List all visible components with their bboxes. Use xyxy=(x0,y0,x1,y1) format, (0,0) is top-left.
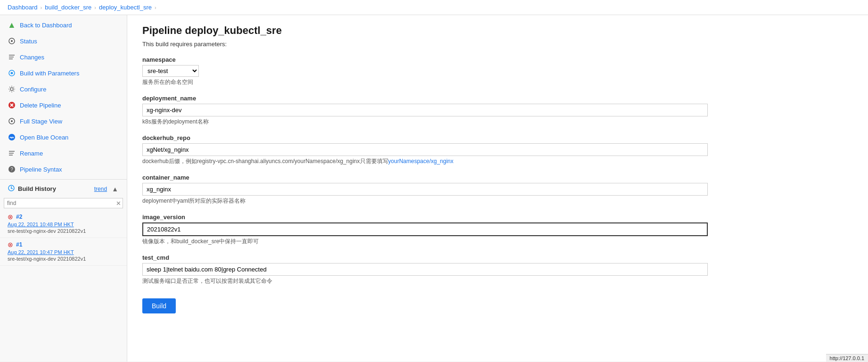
build-history-header: Build History trend ▲ xyxy=(0,180,127,196)
build-history-title: Build History xyxy=(8,184,56,193)
delete-icon xyxy=(8,101,16,109)
param-image-version-input[interactable] xyxy=(142,222,708,236)
build-search-clear-btn[interactable]: ✕ xyxy=(116,200,121,206)
svg-rect-11 xyxy=(9,151,15,152)
param-container-name-hint: deployment中yaml所对应的实际容器名称 xyxy=(142,197,853,205)
sidebar-item-open-blue-ocean[interactable]: Open Blue Ocean xyxy=(0,129,127,145)
param-deployment-name-hint: k8s服务的deployment名称 xyxy=(142,118,853,126)
param-image-version: image_version 镜像版本，和build_docker_sre中保持一… xyxy=(142,214,853,246)
sidebar-item-pipeline-syntax[interactable]: ? Pipeline Syntax xyxy=(0,161,127,177)
svg-rect-4 xyxy=(9,58,13,59)
param-dockerhub-repo-hint: dockerhub后缀，例如registry-vpc.cn-shanghai.a… xyxy=(142,157,853,165)
sidebar-label-configure: Configure xyxy=(20,86,46,93)
param-test-cmd-input[interactable] xyxy=(142,263,708,276)
sidebar-label-full-stage: Full Stage View xyxy=(20,118,62,125)
rename-icon xyxy=(8,149,16,157)
sidebar-item-configure[interactable]: Configure xyxy=(0,81,127,97)
sidebar-item-full-stage-view[interactable]: Full Stage View xyxy=(0,113,127,129)
requires-params-text: This build requires parameters: xyxy=(142,41,853,48)
breadcrumb-build-docker[interactable]: build_docker_sre xyxy=(45,4,91,11)
svg-point-10 xyxy=(8,134,15,140)
param-dockerhub-repo-label: dockerhub_repo xyxy=(142,134,853,141)
breadcrumb-dashboard[interactable]: Dashboard xyxy=(8,4,38,11)
build-history-label: Build History xyxy=(18,185,56,192)
pipeline-syntax-icon: ? xyxy=(8,165,16,173)
build-list: ⊗ #2 Aug 22, 2021 10:48 PM HKT sre-test/… xyxy=(0,210,127,362)
status-url-bar: http://127.0.0.1 xyxy=(826,354,868,362)
sidebar-item-back-to-dashboard[interactable]: ▲ Back to Dashboard xyxy=(0,17,127,33)
sidebar-item-delete-pipeline[interactable]: Delete Pipeline xyxy=(0,97,127,113)
param-test-cmd: test_cmd 测试服务端口是否正常，也可以按需封装成其它命令 xyxy=(142,254,853,285)
sidebar-nav: ▲ Back to Dashboard Status Changes Buil xyxy=(0,15,127,179)
param-test-cmd-label: test_cmd xyxy=(142,254,853,261)
build-num-1[interactable]: #1 xyxy=(16,241,22,248)
build-item-1-header: ⊗ #1 xyxy=(8,241,119,248)
param-deployment-name: deployment_name k8s服务的deployment名称 xyxy=(142,95,853,126)
sidebar-label-back: Back to Dashboard xyxy=(20,22,72,29)
param-deployment-name-label: deployment_name xyxy=(142,95,853,102)
svg-rect-3 xyxy=(9,57,14,58)
build-time-1[interactable]: Aug 22, 2021 10:47 PM HKT xyxy=(8,249,119,255)
param-dockerhub-repo: dockerhub_repo dockerhub后缀，例如registry-vp… xyxy=(142,134,853,165)
sidebar-item-changes[interactable]: Changes xyxy=(0,49,127,65)
build-search-container: ✕ xyxy=(4,198,123,208)
sidebar-item-rename[interactable]: Rename xyxy=(0,145,127,161)
param-namespace-hint: 服务所在的命名空间 xyxy=(142,78,853,86)
sidebar-label-rename: Rename xyxy=(20,150,43,157)
changes-icon xyxy=(8,53,16,61)
status-icon xyxy=(8,37,16,45)
param-namespace: namespace sre-test sre-prod default 服务所在… xyxy=(142,56,853,86)
back-arrow-icon: ▲ xyxy=(8,21,16,29)
sidebar-label-blue-ocean: Open Blue Ocean xyxy=(20,134,68,141)
build-history-icon xyxy=(8,184,15,193)
param-container-name-input[interactable] xyxy=(142,183,708,196)
status-url: http://127.0.0.1 xyxy=(830,355,864,361)
trend-link[interactable]: trend xyxy=(94,186,107,192)
sidebar-label-status: Status xyxy=(20,38,37,45)
param-deployment-name-input[interactable] xyxy=(142,104,708,116)
breadcrumb: Dashboard › build_docker_sre › deploy_ku… xyxy=(0,0,868,15)
blue-ocean-icon xyxy=(8,133,16,141)
sidebar-label-delete: Delete Pipeline xyxy=(20,102,61,109)
build-history-collapse-btn[interactable]: ▲ xyxy=(111,185,119,193)
sidebar-item-build-with-parameters[interactable]: Build with Parameters xyxy=(0,65,127,81)
svg-text:?: ? xyxy=(10,167,13,172)
sidebar-label-build-params: Build with Parameters xyxy=(20,70,79,77)
build-item-2[interactable]: ⊗ #2 Aug 22, 2021 10:48 PM HKT sre-test/… xyxy=(0,210,127,238)
param-dockerhub-hint-link[interactable]: yourNamespace/xg_nginx xyxy=(388,158,454,165)
build-num-2[interactable]: #2 xyxy=(16,214,22,220)
breadcrumb-sep-2: › xyxy=(94,5,96,10)
build-item-2-header: ⊗ #2 xyxy=(8,213,119,221)
stage-view-icon xyxy=(8,117,16,125)
build-params-icon xyxy=(8,69,16,77)
build-time-2[interactable]: Aug 22, 2021 10:48 PM HKT xyxy=(8,222,119,227)
sidebar-item-status[interactable]: Status xyxy=(0,33,127,49)
main-content: Pipeline deploy_kubectl_sre This build r… xyxy=(127,15,868,362)
build-history-section: Build History trend ▲ ✕ ⊗ #2 Aug xyxy=(0,179,127,362)
breadcrumb-deploy-kubectl[interactable]: deploy_kubectl_sre xyxy=(99,4,152,11)
param-dockerhub-hint-pre: dockerhub后缀，例如registry-vpc.cn-shanghai.a… xyxy=(142,158,388,165)
breadcrumb-sep-1: › xyxy=(41,5,42,10)
svg-point-9 xyxy=(11,120,13,122)
param-test-cmd-hint: 测试服务端口是否正常，也可以按需封装成其它命令 xyxy=(142,277,853,285)
param-image-version-label: image_version xyxy=(142,214,853,221)
sidebar-label-pipeline-syntax: Pipeline Syntax xyxy=(20,166,62,173)
build-error-icon-1: ⊗ xyxy=(8,241,13,248)
svg-rect-2 xyxy=(9,55,15,56)
svg-point-6 xyxy=(10,88,13,90)
sidebar-label-changes: Changes xyxy=(20,54,44,61)
svg-rect-12 xyxy=(9,153,14,154)
page-title: Pipeline deploy_kubectl_sre xyxy=(142,25,853,37)
build-desc-2: sre-test/xg-nginx-dev 20210822v1 xyxy=(8,228,119,234)
sidebar: ▲ Back to Dashboard Status Changes Buil xyxy=(0,15,127,362)
breadcrumb-sep-3: › xyxy=(155,5,156,10)
build-button[interactable]: Build xyxy=(142,298,176,313)
build-desc-1: sre-test/xg-nginx-dev 20210822v1 xyxy=(8,256,119,262)
build-item-1[interactable]: ⊗ #1 Aug 22, 2021 10:47 PM HKT sre-test/… xyxy=(0,238,127,266)
param-dockerhub-repo-input[interactable] xyxy=(142,143,708,156)
svg-rect-13 xyxy=(9,155,13,156)
param-container-name: container_name deployment中yaml所对应的实际容器名称 xyxy=(142,174,853,205)
build-search-input[interactable] xyxy=(4,198,123,208)
param-namespace-select[interactable]: sre-test sre-prod default xyxy=(142,65,199,77)
build-error-icon-2: ⊗ xyxy=(8,213,13,221)
